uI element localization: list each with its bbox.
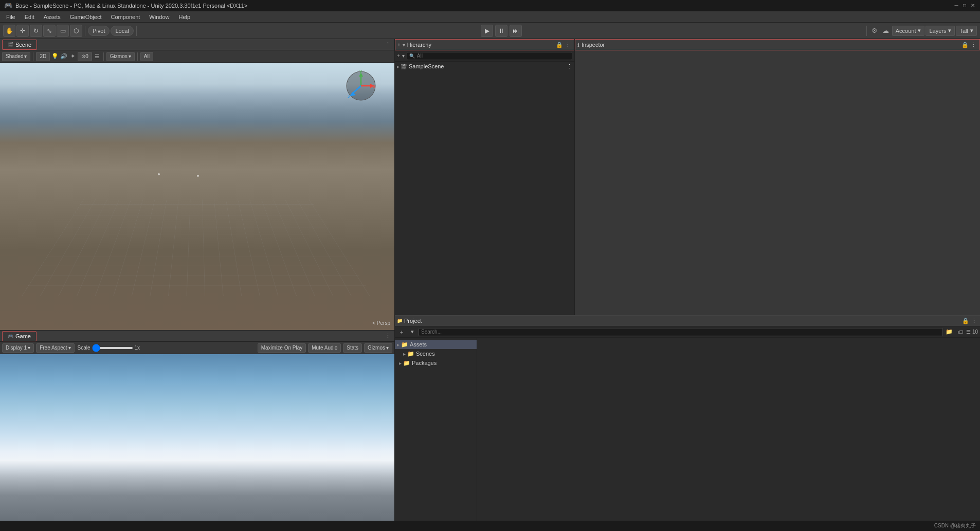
project-assets-folder[interactable]: ▸ 📁 Assets <box>395 340 477 349</box>
close-button[interactable]: ✕ <box>970 3 976 9</box>
inspector-more-icon[interactable]: ⋮ <box>969 41 977 49</box>
scene-name-label: SampleScene <box>409 63 444 69</box>
account-dropdown[interactable]: Account ▾ <box>892 26 925 36</box>
project-scenes-folder[interactable]: ▸ 📁 Scenes <box>395 349 477 358</box>
menu-assets[interactable]: Assets <box>40 13 65 21</box>
hierarchy-search-add[interactable]: + <box>397 53 400 59</box>
hierarchy-more-icon[interactable]: ⋮ <box>564 41 572 49</box>
step-button[interactable]: ⏭ <box>510 25 522 37</box>
hierarchy-add-icon[interactable]: + <box>397 42 401 48</box>
hierarchy-tab-bar: + ▾ Hierarchy 🔒 ⋮ <box>395 39 574 50</box>
lighting-icon[interactable]: 💡 <box>51 53 59 60</box>
project-add-btn[interactable]: + <box>397 327 406 337</box>
layers-dropdown[interactable]: Layers ▾ <box>925 26 955 36</box>
layout-dropdown[interactable]: Tall ▾ <box>956 26 977 36</box>
hierarchy-tab-label[interactable]: Hierarchy <box>407 42 431 48</box>
scene-dot-1 <box>158 173 160 175</box>
pause-button[interactable]: ⏸ <box>495 25 507 37</box>
settings-icon[interactable]: ⚙ <box>869 26 880 36</box>
scene-panel-menu[interactable]: ⋮ <box>383 40 392 49</box>
scene-dot-2 <box>197 175 199 177</box>
maximize-on-play-btn[interactable]: Maximize On Play <box>258 343 306 353</box>
packages-expand-icon: ▸ <box>399 360 402 366</box>
menu-window[interactable]: Window <box>145 13 173 21</box>
project-more-icon[interactable]: ⋮ <box>970 317 978 325</box>
project-search-input[interactable] <box>419 328 943 336</box>
project-icon-count: ☰ 10 <box>966 329 978 335</box>
inspector-tab-icon: ℹ <box>577 42 579 48</box>
hand-tool-button[interactable]: ✋ <box>3 25 15 37</box>
scene-tab[interactable]: 🎬 Scene <box>2 40 37 50</box>
project-packages-folder[interactable]: ▸ 📁 Packages <box>395 358 477 368</box>
audio-icon[interactable]: 🔊 <box>60 53 67 60</box>
title-bar-controls: ─ □ ✕ <box>953 3 976 9</box>
project-add-arrow[interactable]: ▾ <box>408 327 417 337</box>
hierarchy-lock-icon[interactable]: 🔒 <box>555 41 564 49</box>
menu-help[interactable]: Help <box>174 13 194 21</box>
transform-tool-button[interactable]: ⬡ <box>70 25 82 37</box>
scale-slider[interactable] <box>92 347 133 349</box>
game-panel-menu[interactable]: ⋮ <box>383 332 392 341</box>
project-files-area[interactable] <box>477 338 980 531</box>
pivot-toggle[interactable]: Pivot <box>88 26 110 36</box>
project-tab-icon: 📁 <box>397 318 403 323</box>
scene-tab-bar: 🎬 Scene ⋮ <box>0 39 394 50</box>
project-lock-icon[interactable]: 🔒 <box>961 317 970 325</box>
game-gizmos-dropdown[interactable]: Gizmos ▾ <box>364 343 392 353</box>
project-icon-count-icon: ☰ <box>966 329 971 335</box>
rotate-tool-button[interactable]: ↻ <box>30 25 42 37</box>
rect-tool-button[interactable]: ▭ <box>57 25 69 37</box>
menu-file[interactable]: File <box>2 13 20 21</box>
assets-expand-icon: ▸ <box>397 342 400 347</box>
game-tab[interactable]: 🎮 Game <box>2 331 37 341</box>
scene-viewport[interactable]: X Y Z < Persp <box>0 63 394 330</box>
display-dropdown[interactable]: Display 1 ▾ <box>2 343 34 353</box>
gizmo-widget[interactable]: X Y Z <box>343 68 379 104</box>
scale-tool-button[interactable]: ⤡ <box>43 25 56 37</box>
mute-audio-btn[interactable]: Mute Audio <box>308 343 341 353</box>
scene-render-icon[interactable]: ☰ <box>94 53 101 60</box>
project-toolbar: + ▾ 📁 🏷 ☰ 10 <box>395 326 980 338</box>
status-text: CSDN @猪肉丸子 <box>934 522 976 529</box>
status-bar: CSDN @猪肉丸子 <box>0 521 980 531</box>
project-tab-label[interactable]: Project <box>404 318 422 324</box>
move-tool-button[interactable]: ✛ <box>16 25 29 37</box>
game-panel: 🎮 Game ⋮ Display 1 ▾ Free Aspect ▾ Scale <box>0 331 394 531</box>
aspect-dropdown[interactable]: Free Aspect ▾ <box>36 343 74 353</box>
menu-edit[interactable]: Edit <box>21 13 39 21</box>
inspector-tab-label[interactable]: Inspector <box>582 42 605 48</box>
svg-text:Z: Z <box>348 95 350 99</box>
menu-gameobject[interactable]: GameObject <box>66 13 106 21</box>
hierarchy-add-arrow: ▾ <box>403 42 405 48</box>
gizmos-dropdown[interactable]: Gizmos ▾ <box>106 52 135 61</box>
stats-btn[interactable]: Stats <box>343 343 362 353</box>
project-search-in-btn[interactable]: 📁 <box>945 327 954 337</box>
hierarchy-search-input[interactable] <box>415 52 570 60</box>
play-button[interactable]: ▶ <box>481 25 493 37</box>
scene-stats[interactable]: ⊙0 <box>78 52 92 61</box>
shading-dropdown[interactable]: Shaded ▾ <box>2 52 30 61</box>
persp-label: < Persp <box>372 320 390 326</box>
fx-icon[interactable]: ✦ <box>69 53 76 60</box>
minimize-button[interactable]: ─ <box>953 3 959 9</box>
assets-folder-icon: 📁 <box>401 341 408 348</box>
menu-component[interactable]: Component <box>106 13 144 21</box>
game-viewport[interactable] <box>0 354 394 531</box>
inspector-lock-icon[interactable]: 🔒 <box>961 41 969 49</box>
hierarchy-content: ▸ 🎬 SampleScene ⋮ <box>395 62 574 315</box>
unity-logo: 🎮 <box>4 2 12 9</box>
project-filter-btn[interactable]: 🏷 <box>955 327 965 337</box>
right-layout: + ▾ Hierarchy 🔒 ⋮ + ▾ 🔍 <box>395 39 980 531</box>
menu-bar: File Edit Assets GameObject Component Wi… <box>0 11 980 23</box>
cloud-icon[interactable]: ☁ <box>881 26 891 36</box>
hierarchy-item-menu[interactable]: ⋮ <box>567 63 572 70</box>
scene-all-filter[interactable]: All <box>140 52 153 61</box>
main-toolbar: ✋ ✛ ↻ ⤡ ▭ ⬡ Pivot Local ▶ ⏸ ⏭ ⚙ ☁ Accoun… <box>0 23 980 39</box>
2d-toggle[interactable]: 2D <box>36 52 50 61</box>
local-toggle[interactable]: Local <box>111 26 133 36</box>
hierarchy-scene-item[interactable]: ▸ 🎬 SampleScene ⋮ <box>395 62 574 71</box>
maximize-button[interactable]: □ <box>961 3 968 9</box>
scene-sep-1 <box>33 52 33 61</box>
svg-text:X: X <box>373 84 376 89</box>
project-panel: 📁 Project 🔒 ⋮ + ▾ 📁 🏷 ☰ 10 <box>395 315 980 531</box>
